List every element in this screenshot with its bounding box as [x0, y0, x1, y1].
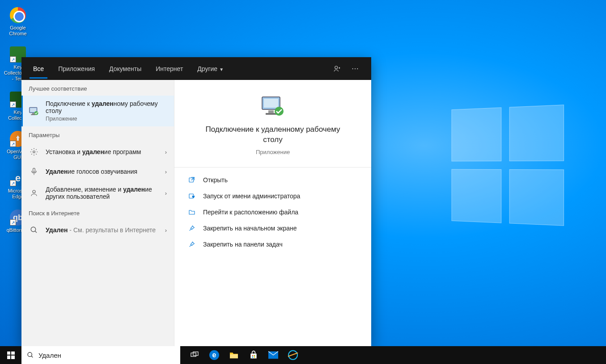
microphone-icon	[29, 166, 39, 177]
search-input[interactable]	[38, 351, 175, 359]
admin-shield-icon	[188, 192, 196, 200]
svg-rect-13	[266, 113, 276, 115]
svg-rect-11	[264, 99, 278, 108]
pin-icon	[188, 241, 196, 248]
svg-rect-21	[252, 355, 254, 356]
result-uninstall-programs[interactable]: Установка и удаление программ ›	[21, 142, 174, 162]
action-open-location[interactable]: Перейти к расположению файла	[185, 204, 360, 220]
taskbar-app-file-explorer[interactable]	[224, 346, 244, 364]
svg-point-6	[33, 151, 35, 153]
result-remove-voices[interactable]: Удаление голосов озвучивания ›	[21, 162, 174, 181]
chevron-right-icon: ›	[165, 149, 167, 155]
taskbar-app-store[interactable]	[244, 346, 263, 364]
search-results-list: Лучшее соответствие Подключение к удален…	[21, 80, 174, 346]
taskbar-search-box[interactable]	[21, 346, 180, 364]
folder-icon	[188, 209, 196, 216]
pin-icon	[188, 225, 196, 232]
best-match-header: Лучшее соответствие	[21, 80, 174, 96]
task-view-button[interactable]	[185, 346, 204, 364]
web-search-header: Поиск в Интернете	[21, 205, 174, 220]
chevron-down-icon: ▼	[219, 67, 224, 72]
chevron-right-icon: ›	[165, 190, 167, 197]
search-icon	[29, 225, 39, 235]
chevron-right-icon: ›	[165, 168, 167, 175]
chevron-right-icon: ›	[165, 227, 167, 234]
taskbar-app-ie[interactable]	[283, 346, 303, 364]
tab-all[interactable]: Все	[26, 59, 51, 79]
svg-rect-20	[230, 354, 238, 358]
action-pin-start[interactable]: Закрепить на начальном экране	[185, 220, 360, 236]
remote-desktop-icon	[29, 106, 39, 117]
user-icon	[29, 188, 39, 198]
result-web-search[interactable]: Удален - См. результаты в Интернете ›	[21, 220, 174, 240]
tab-documents[interactable]: Документы	[102, 59, 148, 79]
svg-rect-22	[254, 355, 255, 356]
desktop-icon-chrome[interactable]: Google Chrome	[2, 4, 34, 38]
more-options-icon[interactable]: ⋯	[348, 62, 362, 76]
svg-rect-4	[31, 114, 35, 115]
svg-rect-2	[30, 108, 36, 112]
search-tabs-bar: Все Приложения Документы Интернет Другие…	[21, 57, 371, 80]
svg-rect-7	[33, 168, 35, 172]
tab-internet[interactable]: Интернет	[148, 59, 190, 79]
feedback-icon[interactable]	[330, 62, 344, 76]
svg-point-14	[275, 107, 284, 116]
gear-icon	[29, 146, 39, 157]
remote-desktop-large-icon	[260, 96, 285, 117]
result-manage-users[interactable]: Добавление, изменение и удаление других …	[21, 181, 174, 205]
action-pin-taskbar[interactable]: Закрепить на панели задач	[185, 236, 360, 252]
result-remote-desktop[interactable]: Подключение к удаленному рабочему столу …	[21, 96, 174, 126]
svg-rect-24	[254, 356, 255, 358]
taskbar-app-edge[interactable]: e	[204, 346, 224, 364]
svg-rect-23	[252, 356, 254, 358]
search-preview-pane: Подключение к удаленному рабочему столу …	[174, 80, 371, 346]
svg-rect-19	[193, 352, 198, 356]
svg-point-0	[335, 66, 338, 69]
svg-rect-18	[191, 353, 196, 356]
divider	[174, 167, 371, 167]
search-icon	[27, 351, 34, 359]
start-button[interactable]	[0, 346, 21, 364]
taskbar-app-mail[interactable]	[263, 346, 283, 364]
taskbar: e	[0, 346, 606, 364]
action-run-admin[interactable]: Запуск от имени администратора	[185, 188, 360, 204]
tab-more[interactable]: Другие▼	[190, 59, 231, 79]
start-search-panel: Все Приложения Документы Интернет Другие…	[21, 57, 371, 346]
settings-header: Параметры	[21, 126, 174, 142]
windows-icon	[7, 351, 15, 359]
svg-point-8	[33, 190, 35, 193]
desktop-icon-label: Google Chrome	[4, 25, 32, 37]
svg-point-17	[28, 352, 32, 356]
preview-title: Подключение к удаленному рабочему столу	[185, 125, 360, 145]
svg-rect-3	[32, 113, 34, 114]
tab-apps[interactable]: Приложения	[51, 59, 102, 79]
preview-subtitle: Приложение	[185, 149, 360, 155]
svg-rect-12	[268, 110, 274, 113]
result-subtitle: Приложение	[46, 116, 167, 122]
windows-logo-wallpaper	[451, 105, 564, 226]
action-open[interactable]: Открыть	[185, 172, 360, 188]
svg-point-9	[31, 227, 36, 232]
open-icon	[188, 176, 196, 184]
